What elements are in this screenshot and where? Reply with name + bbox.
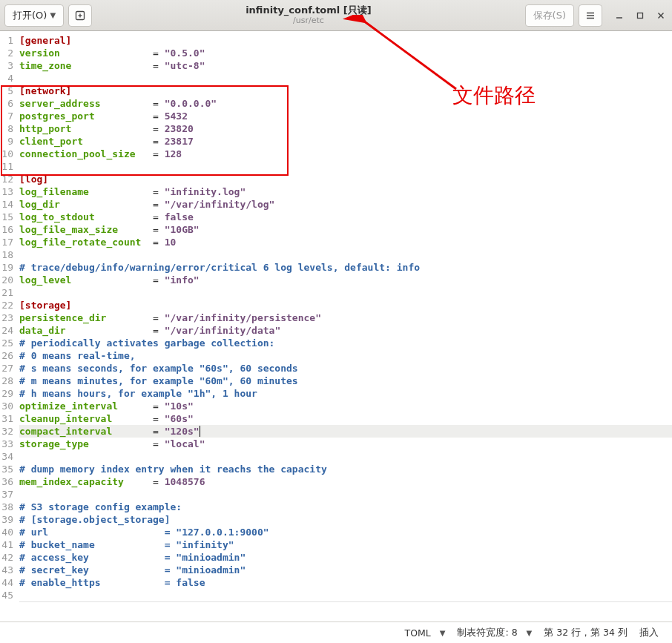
- code-line[interactable]: [storage]: [19, 299, 672, 311]
- line-number: 36: [0, 475, 16, 488]
- code-line[interactable]: connection_pool_size = 128: [19, 148, 672, 160]
- code-line[interactable]: [19, 248, 672, 261]
- code-line[interactable]: optimize_interval = "10s": [19, 400, 672, 412]
- line-number: 30: [0, 400, 16, 412]
- line-number: 7: [0, 110, 16, 122]
- line-number: 26: [0, 349, 16, 362]
- line-number: 35: [0, 463, 16, 475]
- code-line[interactable]: log_to_stdout = false: [19, 211, 672, 223]
- code-line[interactable]: log_dir = "/var/infinity/log": [19, 198, 672, 211]
- code-line[interactable]: storage_type = "local": [19, 438, 672, 450]
- line-number: 17: [0, 236, 16, 248]
- code-line[interactable]: # access_key = "minioadmin": [19, 551, 672, 564]
- code-line[interactable]: # S3 storage config example:: [19, 501, 672, 513]
- line-number: 33: [0, 438, 16, 450]
- code-line[interactable]: persistence_dir = "/var/infinity/persist…: [19, 311, 672, 324]
- line-number: 2: [0, 47, 16, 59]
- code-line[interactable]: data_dir = "/var/infinity/data": [19, 324, 672, 337]
- code-line[interactable]: client_port = 23817: [19, 135, 672, 148]
- editor-area[interactable]: 1234567891011121314151617181920212223242…: [0, 31, 672, 621]
- code-line[interactable]: # dump memory index entry when it reachs…: [19, 463, 672, 475]
- header-bar: 打开(O) ▼ infinity_conf.toml [只读] /usr/etc…: [0, 0, 672, 31]
- line-number-gutter: 1234567891011121314151617181920212223242…: [0, 34, 16, 601]
- line-number: 38: [0, 501, 16, 513]
- code-line[interactable]: [network]: [19, 85, 672, 97]
- code-line[interactable]: postgres_port = 5432: [19, 110, 672, 122]
- code-line[interactable]: time_zone = "utc-8": [19, 59, 672, 72]
- code-line[interactable]: server_address = "0.0.0.0": [19, 97, 672, 110]
- code-line[interactable]: [19, 160, 672, 173]
- code-content[interactable]: [general]version = "0.5.0"time_zone = "u…: [19, 34, 672, 602]
- menu-button[interactable]: [579, 4, 602, 27]
- close-button[interactable]: [654, 9, 668, 22]
- code-line[interactable]: [log]: [19, 173, 672, 185]
- line-number: 23: [0, 311, 16, 324]
- line-number: 3: [0, 59, 16, 72]
- code-line[interactable]: log_level = "info": [19, 274, 672, 286]
- code-line[interactable]: # periodically activates garbage collect…: [19, 337, 672, 349]
- code-line[interactable]: [19, 450, 672, 463]
- code-line[interactable]: version = "0.5.0": [19, 47, 672, 59]
- line-number: 37: [0, 488, 16, 501]
- code-line[interactable]: # bucket_name = "infinity": [19, 538, 672, 551]
- code-line[interactable]: # m means minutes, for example "60m", 60…: [19, 375, 672, 387]
- maximize-button[interactable]: [633, 9, 647, 22]
- code-line[interactable]: # trace/debug/info/warning/error/critica…: [19, 261, 672, 274]
- code-line[interactable]: # enable_https = false: [19, 576, 672, 589]
- code-line[interactable]: mem_index_capacity = 1048576: [19, 475, 672, 488]
- code-line[interactable]: # 0 means real-time,: [19, 349, 672, 362]
- line-number: 15: [0, 211, 16, 223]
- code-line[interactable]: log_file_max_size = "10GB": [19, 223, 672, 236]
- chevron-down-icon: ▼: [50, 11, 56, 19]
- tabwidth-label: 制表符宽度: 8: [457, 627, 517, 639]
- svg-rect-7: [638, 13, 643, 18]
- chevron-down-icon: ▼: [527, 629, 533, 637]
- line-number: 16: [0, 223, 16, 236]
- code-line[interactable]: # s means seconds, for example "60s", 60…: [19, 362, 672, 375]
- window-title: infinity_conf.toml [只读]: [246, 5, 372, 16]
- insert-mode[interactable]: 插入: [633, 627, 665, 639]
- chevron-down-icon: ▼: [440, 629, 446, 637]
- minimize-button[interactable]: [613, 9, 626, 22]
- line-number: 41: [0, 538, 16, 551]
- code-line[interactable]: [19, 488, 672, 501]
- line-number: 1: [0, 34, 16, 47]
- code-line[interactable]: http_port = 23820: [19, 122, 672, 135]
- open-button[interactable]: 打开(O) ▼: [4, 4, 64, 27]
- maximize-icon: [636, 11, 645, 20]
- code-line[interactable]: log_filename = "infinity.log": [19, 185, 672, 198]
- save-button[interactable]: 保存(S): [525, 4, 574, 27]
- window-subtitle: /usr/etc: [293, 16, 324, 25]
- line-number: 4: [0, 72, 16, 85]
- code-line[interactable]: compact_interval = "120s": [19, 425, 672, 438]
- language-label: TOML: [405, 627, 431, 639]
- line-number: 10: [0, 148, 16, 160]
- code-line[interactable]: # h means hours, for example "1h", 1 hou…: [19, 387, 672, 400]
- code-line[interactable]: cleanup_interval = "60s": [19, 412, 672, 425]
- line-number: 19: [0, 261, 16, 274]
- line-number: 31: [0, 412, 16, 425]
- code-line[interactable]: [19, 589, 672, 602]
- minimize-icon: [615, 11, 624, 20]
- cursor-position[interactable]: 第 32 行，第 34 列: [538, 627, 633, 639]
- line-number: 6: [0, 97, 16, 110]
- code-line[interactable]: [general]: [19, 34, 672, 47]
- code-line[interactable]: [19, 286, 672, 299]
- language-selector[interactable]: TOML ▼: [399, 627, 452, 639]
- code-line[interactable]: # url = "127.0.0.1:9000": [19, 526, 672, 538]
- line-number: 27: [0, 362, 16, 375]
- line-number: 44: [0, 576, 16, 589]
- status-bar: TOML ▼ 制表符宽度: 8 ▼ 第 32 行，第 34 列 插入: [0, 621, 672, 643]
- new-tab-button[interactable]: [68, 4, 92, 27]
- annotation-label: 文件路径: [452, 82, 536, 110]
- tabwidth-selector[interactable]: 制表符宽度: 8 ▼: [451, 627, 538, 639]
- new-tab-icon: [74, 10, 86, 22]
- line-number: 32: [0, 425, 16, 438]
- code-line[interactable]: # [storage.object_storage]: [19, 513, 672, 526]
- code-line[interactable]: [19, 72, 672, 85]
- code-line[interactable]: log_file_rotate_count = 10: [19, 236, 672, 248]
- position-label: 第 32 行，第 34 列: [544, 627, 627, 639]
- code-line[interactable]: # secret_key = "minioadmin": [19, 564, 672, 576]
- line-number: 25: [0, 337, 16, 349]
- hamburger-icon: [585, 10, 596, 21]
